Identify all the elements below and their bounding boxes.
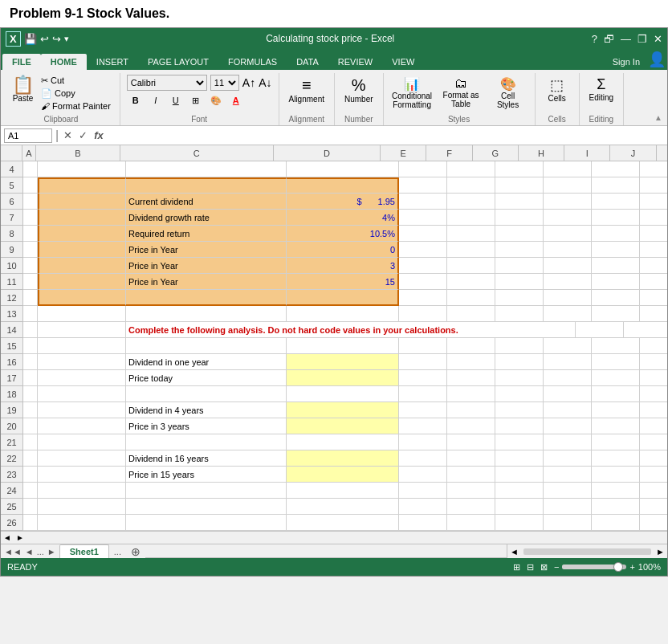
collapse-ribbon[interactable]: ▲	[654, 113, 662, 122]
restore-button[interactable]: 🗗	[604, 33, 614, 45]
cell-e11[interactable]	[399, 274, 447, 290]
col-header-f[interactable]: F	[426, 145, 472, 161]
row-header-7[interactable]: 7	[1, 210, 23, 226]
cell-a7[interactable]	[23, 210, 38, 226]
cell-g24[interactable]	[495, 483, 544, 499]
cell-g25[interactable]	[495, 499, 544, 515]
scroll-right-arrow[interactable]: ►	[14, 533, 26, 542]
cell-h18[interactable]	[544, 386, 592, 402]
tab-file[interactable]: FILE	[2, 54, 41, 70]
cell-e16[interactable]	[399, 354, 447, 370]
tab-page-layout[interactable]: PAGE LAYOUT	[138, 54, 218, 70]
copy-button[interactable]: 📄 Copy	[39, 88, 113, 100]
col-header-g[interactable]: G	[473, 145, 519, 161]
row-header-8[interactable]: 8	[1, 226, 23, 242]
cell-g18[interactable]	[495, 386, 544, 402]
formula-cancel-icon[interactable]: ✕	[62, 129, 74, 141]
cell-g6[interactable]	[495, 194, 544, 210]
cell-g4[interactable]	[495, 161, 544, 177]
cell-g19[interactable]	[495, 402, 544, 418]
cell-j15[interactable]	[640, 338, 667, 354]
row-header-19[interactable]: 19	[1, 402, 23, 418]
cell-g12[interactable]	[495, 290, 544, 306]
row-header-13[interactable]: 13	[1, 306, 23, 322]
cell-j26[interactable]	[640, 515, 667, 531]
cell-a5[interactable]	[23, 177, 38, 194]
cell-j9[interactable]	[640, 242, 667, 258]
row-header-14[interactable]: 14	[1, 322, 23, 338]
zoom-minus-button[interactable]: −	[554, 562, 559, 572]
row-header-5[interactable]: 5	[1, 177, 23, 194]
cell-h20[interactable]	[544, 418, 592, 434]
cell-f4[interactable]	[447, 161, 495, 177]
row-header-6[interactable]: 6	[1, 194, 23, 210]
cell-e15[interactable]	[399, 338, 447, 354]
cell-h15[interactable]	[544, 338, 592, 354]
col-header-a[interactable]: A	[22, 145, 36, 161]
cell-f13[interactable]	[447, 306, 495, 322]
cell-a4[interactable]	[23, 161, 38, 177]
cell-i8[interactable]	[592, 226, 640, 242]
cells-button[interactable]: ⬚ Cells	[544, 75, 570, 104]
row-header-17[interactable]: 17	[1, 370, 23, 386]
tab-insert[interactable]: INSERT	[87, 54, 138, 70]
cell-h10[interactable]	[544, 258, 592, 274]
cell-i25[interactable]	[592, 499, 640, 515]
h-scrollbar[interactable]: ◄ ►	[507, 544, 667, 558]
cell-g20[interactable]	[495, 418, 544, 434]
cell-i24[interactable]	[592, 483, 640, 499]
nav-prev[interactable]: ◄	[25, 547, 34, 556]
cell-i15[interactable]	[592, 338, 640, 354]
nav-first[interactable]: ◄◄	[4, 547, 22, 556]
cell-d12[interactable]	[287, 290, 399, 306]
cell-d8[interactable]: 10.5%	[287, 226, 399, 242]
row-header-21[interactable]: 21	[1, 434, 23, 450]
cell-f23[interactable]	[447, 467, 495, 483]
cell-c15[interactable]	[126, 338, 287, 354]
sign-in[interactable]: Sign In	[606, 54, 646, 70]
cell-b9[interactable]	[38, 242, 126, 258]
cell-c24[interactable]	[126, 483, 287, 499]
cell-c12[interactable]	[126, 290, 287, 306]
cell-h11[interactable]	[544, 274, 592, 290]
cell-d16[interactable]	[287, 354, 399, 370]
cell-b11[interactable]	[38, 274, 126, 290]
row-header-20[interactable]: 20	[1, 418, 23, 434]
cell-b15[interactable]	[38, 338, 126, 354]
cell-j16[interactable]	[640, 354, 667, 370]
cell-e4[interactable]	[399, 161, 447, 177]
cell-i26[interactable]	[592, 515, 640, 531]
h-scroll-right[interactable]: ►	[654, 547, 667, 556]
tab-view[interactable]: VIEW	[382, 54, 424, 70]
cell-b7[interactable]	[38, 210, 126, 226]
sheet-tab-sheet1[interactable]: Sheet1	[59, 544, 109, 558]
cell-e22[interactable]	[399, 450, 447, 467]
cell-b16[interactable]	[38, 354, 126, 370]
cell-f9[interactable]	[447, 242, 495, 258]
formula-confirm-icon[interactable]: ✓	[77, 129, 89, 141]
cell-g17[interactable]	[495, 370, 544, 386]
formula-input[interactable]	[108, 128, 664, 144]
cell-h23[interactable]	[544, 467, 592, 483]
h-scroll-thumb[interactable]	[523, 548, 651, 555]
cell-e20[interactable]	[399, 418, 447, 434]
cell-i16[interactable]	[592, 354, 640, 370]
cell-f8[interactable]	[447, 226, 495, 242]
cell-e23[interactable]	[399, 467, 447, 483]
cell-g15[interactable]	[495, 338, 544, 354]
cell-c7[interactable]: Dividend growth rate	[126, 210, 287, 226]
cell-e19[interactable]	[399, 402, 447, 418]
cell-b8[interactable]	[38, 226, 126, 242]
cell-h5[interactable]	[544, 177, 592, 194]
cell-e24[interactable]	[399, 483, 447, 499]
cell-d19[interactable]	[287, 402, 399, 418]
cell-f11[interactable]	[447, 274, 495, 290]
cell-b25[interactable]	[38, 499, 126, 515]
cell-e26[interactable]	[399, 515, 447, 531]
cell-f25[interactable]	[447, 499, 495, 515]
minimize-button[interactable]: —	[621, 33, 631, 45]
cell-b14[interactable]	[38, 322, 126, 338]
row-header-12[interactable]: 12	[1, 290, 23, 306]
row-header-25[interactable]: 25	[1, 499, 23, 515]
cell-a10[interactable]	[23, 258, 38, 274]
